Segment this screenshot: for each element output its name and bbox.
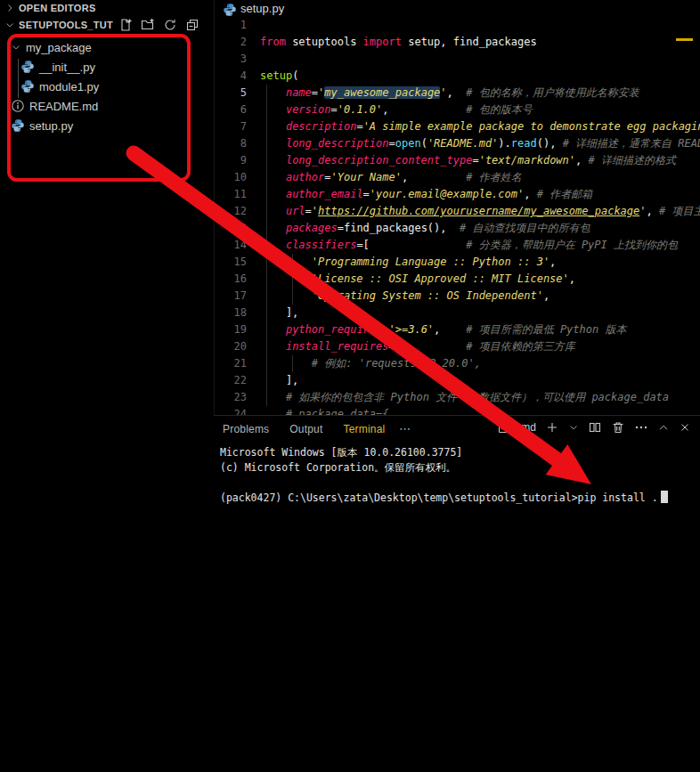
- line-number: 2: [215, 34, 247, 51]
- panel-more-actions-icon[interactable]: [634, 420, 648, 435]
- tree-item-module1-py[interactable]: module1.py: [0, 77, 214, 96]
- kill-terminal-icon[interactable]: [611, 420, 625, 435]
- new-file-icon[interactable]: [118, 18, 133, 32]
- line-number: 24: [215, 406, 247, 415]
- python-icon: [20, 79, 35, 93]
- python-icon: [223, 3, 237, 17]
- editor-area: setup.py 12from setuptools import setup,…: [215, 0, 700, 415]
- code-text: ],: [247, 305, 298, 321]
- indent-guide: [292, 254, 293, 305]
- chevron-down-icon: [11, 42, 21, 53]
- code-text: 'License :: OSI Approved :: MIT License'…: [247, 271, 575, 288]
- code-line[interactable]: 8 long_description=open('README.md').rea…: [215, 135, 700, 152]
- tree-item--init-py[interactable]: __init__.py: [0, 57, 214, 77]
- code-line[interactable]: 1: [215, 17, 700, 34]
- code-text: classifiers=[ # 分类器，帮助用户在 PyPI 上找到你的包: [247, 237, 678, 254]
- panel-tab-terminal[interactable]: Terminal: [344, 423, 386, 435]
- line-number: 19: [215, 321, 247, 338]
- terminal-output[interactable]: Microsoft Windows [版本 10.0.26100.3775](c…: [220, 445, 668, 506]
- code-line[interactable]: 19 python_requires='>=3.6', # 项目所需的最低 Py…: [215, 321, 700, 338]
- terminal-cursor: [661, 491, 668, 503]
- terminal-line: (c) Microsoft Corporation。保留所有权利。: [220, 460, 668, 475]
- code-line[interactable]: 5 name='my_awesome_package', # 包的名称，用户将使…: [215, 85, 700, 102]
- terminal-line: [220, 475, 668, 491]
- code-line[interactable]: 2from setuptools import setup, find_pack…: [215, 34, 700, 51]
- line-number: 16: [215, 271, 247, 288]
- line-number: 4: [215, 68, 247, 85]
- split-terminal-icon[interactable]: [588, 420, 602, 435]
- terminal-actions: cmd: [498, 420, 691, 435]
- tree-item-readme-md[interactable]: README.md: [0, 96, 214, 116]
- workspace-title: SETUPTOOLS_TUTO...: [19, 20, 113, 30]
- code-line[interactable]: 18 ],: [215, 305, 700, 321]
- maximize-panel-icon[interactable]: [657, 421, 670, 434]
- tree-item-my-package[interactable]: my_package: [0, 37, 214, 57]
- code-text: name='my_awesome_package', # 包的名称，用户将使用此…: [247, 85, 639, 102]
- code-line[interactable]: 9 long_description_content_type='text/ma…: [215, 152, 700, 169]
- close-panel-icon[interactable]: [679, 421, 691, 434]
- code-line[interactable]: 6 version='0.1.0', # 包的版本号: [215, 102, 700, 118]
- line-number: 14: [215, 237, 247, 254]
- code-line[interactable]: 4setup(: [215, 68, 700, 85]
- code-line[interactable]: 17 'Operating System :: OS Independent',: [215, 288, 700, 305]
- line-number: 18: [215, 305, 247, 321]
- code-text: author_email='your.email@example.com', #…: [247, 186, 592, 203]
- workspace-section-header[interactable]: SETUPTOOLS_TUTO...: [0, 15, 214, 34]
- code-line[interactable]: 7 description='A simple example package …: [215, 118, 700, 135]
- code-line[interactable]: 23 # 如果你的包包含非 Python 文件（如数据文件），可以使用 pack…: [215, 389, 700, 406]
- line-number: 8: [215, 135, 247, 152]
- code-text: long_description=open('README.md').read(…: [247, 135, 700, 152]
- chevron-down-icon: [4, 20, 15, 30]
- refresh-icon[interactable]: [163, 18, 177, 32]
- editor-tab-setup-py[interactable]: setup.py: [215, 0, 700, 17]
- code-line[interactable]: 22 ],: [215, 372, 700, 389]
- tree-item-label: README.md: [29, 100, 98, 113]
- panel-tab-output[interactable]: Output: [289, 423, 322, 435]
- code-text: version='0.1.0', # 包的版本号: [247, 102, 533, 118]
- panel-tab-problems[interactable]: Problems: [223, 423, 269, 435]
- chevron-right-icon: [4, 3, 15, 13]
- file-tree: my_package__init__.pymodule1.pyREADME.md…: [0, 37, 214, 135]
- line-number: 7: [215, 118, 247, 135]
- code-viewport[interactable]: 12from setuptools import setup, find_pac…: [215, 17, 700, 415]
- code-line[interactable]: 12 url='https://github.com/yourusername/…: [215, 203, 700, 220]
- python-icon: [11, 118, 25, 133]
- panel-more-tabs-button[interactable]: ⋯: [399, 422, 411, 435]
- line-number: 9: [215, 152, 247, 169]
- explorer-sidebar: OPEN EDITORS SETUPTOOLS_TUTO... my_packa…: [0, 0, 215, 772]
- indent-guide: [292, 355, 293, 372]
- code-text: # 例如: 'requests>=2.20.0',: [247, 355, 481, 372]
- code-text: author='Your Name', # 作者姓名: [247, 169, 522, 186]
- line-number: 11: [215, 186, 247, 203]
- code-line[interactable]: 16 'License :: OSI Approved :: MIT Licen…: [215, 271, 700, 288]
- code-line[interactable]: 11 author_email='your.email@example.com'…: [215, 186, 700, 203]
- code-text: # package_data={: [247, 406, 389, 415]
- tree-item-setup-py[interactable]: setup.py: [0, 116, 214, 135]
- code-text: install_requires=[ # 项目依赖的第三方库: [247, 338, 575, 355]
- new-folder-icon[interactable]: [141, 18, 155, 32]
- code-line[interactable]: 21 # 例如: 'requests>=2.20.0',: [215, 355, 700, 372]
- code-line[interactable]: 15 'Programming Language :: Python :: 3'…: [215, 254, 700, 271]
- line-number: 17: [215, 288, 247, 305]
- collapse-all-icon[interactable]: [185, 18, 199, 32]
- terminal-instance[interactable]: cmd: [498, 420, 536, 435]
- open-editors-header[interactable]: OPEN EDITORS: [0, 0, 214, 15]
- code-text: long_description_content_type='text/mark…: [247, 152, 676, 169]
- code-line[interactable]: 14 classifiers=[ # 分类器，帮助用户在 PyPI 上找到你的包: [215, 237, 700, 254]
- code-line[interactable]: 13 packages=find_packages(), # 自动查找项目中的所…: [215, 220, 700, 237]
- terminal-icon: [498, 420, 512, 435]
- code-line[interactable]: 24 # package_data={: [215, 406, 700, 415]
- code-line[interactable]: 3: [215, 51, 700, 68]
- terminal-line: (pack0427) C:\Users\zata\Desktop\temp\se…: [220, 491, 668, 506]
- tree-item-label: setup.py: [29, 119, 73, 133]
- terminal-dropdown-icon[interactable]: [568, 422, 579, 433]
- indent-guide: [266, 85, 267, 406]
- line-number: 3: [215, 51, 247, 68]
- code-line[interactable]: 20 install_requires=[ # 项目依赖的第三方库: [215, 338, 700, 355]
- code-text: description='A simple example package to…: [247, 118, 700, 135]
- code-text: ],: [247, 372, 298, 389]
- python-icon: [20, 60, 35, 74]
- code-line[interactable]: 10 author='Your Name', # 作者姓名: [215, 169, 700, 186]
- code-text: # 如果你的包包含非 Python 文件（如数据文件），可以使用 package…: [247, 389, 669, 406]
- new-terminal-icon[interactable]: [545, 420, 559, 435]
